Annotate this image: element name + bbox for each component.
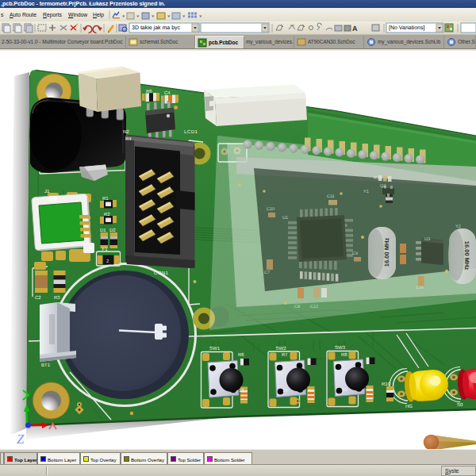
svg-text:Z: Z xyxy=(17,432,25,447)
svg-text:R2: R2 xyxy=(104,212,110,217)
svg-text:N2: N2 xyxy=(123,129,129,135)
svg-text:C2: C2 xyxy=(35,295,41,301)
svg-text:[No Variations]: [No Variations] xyxy=(389,25,424,31)
svg-text:R1: R1 xyxy=(102,196,109,202)
svg-text:S0: S0 xyxy=(457,402,463,408)
svg-text:16.00 MHz: 16.00 MHz xyxy=(463,241,470,271)
svg-text:14: 14 xyxy=(282,388,288,393)
svg-text:U3: U3 xyxy=(424,237,430,242)
svg-text:15: 15 xyxy=(342,387,347,393)
svg-text:R6: R6 xyxy=(146,89,152,94)
svg-text:C11: C11 xyxy=(327,194,335,199)
svg-text:D1: D1 xyxy=(100,228,106,233)
svg-text:J1: J1 xyxy=(44,189,50,194)
svg-text:BT1: BT1 xyxy=(41,363,51,368)
svg-text:Y2: Y2 xyxy=(455,225,461,229)
svg-text:16.00 MHz: 16.00 MHz xyxy=(383,238,390,267)
svg-text:R10: R10 xyxy=(382,382,391,387)
svg-text:C8: C8 xyxy=(294,305,300,309)
svg-text:R3: R3 xyxy=(54,295,60,301)
svg-text:HG: HG xyxy=(405,404,413,409)
svg-text:Q2: Q2 xyxy=(380,184,386,189)
svg-text:C16: C16 xyxy=(416,286,424,290)
svg-text:R4: R4 xyxy=(125,136,132,142)
svg-text:U1: U1 xyxy=(282,216,288,221)
svg-text:A: A xyxy=(352,25,358,33)
svg-text:D2: D2 xyxy=(109,228,116,233)
svg-text:SW3: SW3 xyxy=(335,345,346,351)
svg-text:C12: C12 xyxy=(310,305,318,309)
svg-text:C9: C9 xyxy=(352,251,358,256)
svg-text:C10: C10 xyxy=(267,207,274,212)
svg-text:CON1: CON1 xyxy=(154,271,169,276)
svg-text:Y1: Y1 xyxy=(363,190,369,194)
svg-text:R12: R12 xyxy=(374,176,382,181)
svg-text:SW2: SW2 xyxy=(276,346,287,351)
svg-text:SW1: SW1 xyxy=(209,346,221,351)
svg-text:F1: F1 xyxy=(102,247,109,252)
svg-text:C4: C4 xyxy=(164,90,171,96)
svg-text:R6: R6 xyxy=(238,352,244,358)
svg-text:C7: C7 xyxy=(264,271,270,275)
svg-text:R8: R8 xyxy=(341,352,347,358)
svg-text:R7: R7 xyxy=(282,352,288,358)
svg-text:LCD1: LCD1 xyxy=(184,129,198,135)
svg-text:3D takie jak ma byc: 3D takie jak ma byc xyxy=(132,25,181,31)
svg-text:13: 13 xyxy=(239,388,244,393)
